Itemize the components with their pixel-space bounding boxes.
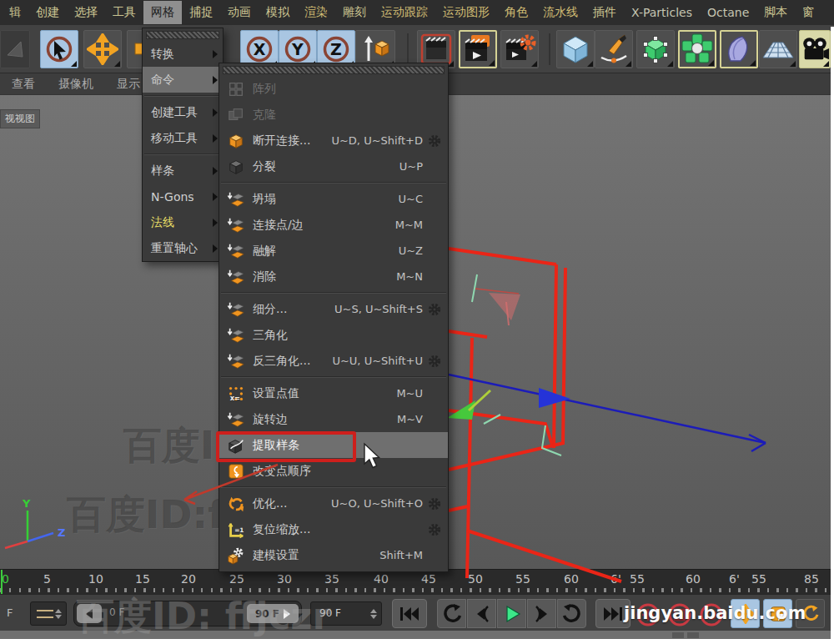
mesh-menu-panel: 转换 命令 创建工具 移动工具 样条 N-Gons 法线 — [142, 28, 224, 262]
ruler-label: 15 — [135, 572, 150, 586]
ruler-label: 45 — [421, 572, 436, 586]
main-menubar: 辑 创建 选择 工具 网格 捕捉 动画 模拟 渲染 雕刻 运动跟踪 运动图形 角… — [0, 0, 834, 25]
submenu-item-rotate-edge[interactable]: 旋转边 M~V — [219, 406, 448, 432]
options-gear-icon[interactable] — [426, 133, 443, 148]
world-axis-icon — [359, 33, 392, 66]
page-margin — [0, 639, 834, 644]
submenu-item-dissolve[interactable]: 消除 M~N — [219, 264, 448, 289]
menu-item-convert[interactable]: 转换 — [143, 41, 223, 67]
menu-separator — [221, 376, 446, 378]
subdivide-icon — [224, 299, 248, 319]
menu-mograph[interactable]: 运动图形 — [435, 1, 497, 24]
options-gear-icon[interactable] — [426, 354, 443, 369]
timeline-playhead[interactable] — [1, 570, 3, 595]
next-frame-button[interactable] — [527, 599, 556, 628]
render-settings-button[interactable] — [500, 30, 539, 68]
undo-button[interactable] — [0, 30, 30, 68]
point-order-icon — [224, 461, 248, 481]
ruler-label: 40 — [374, 572, 389, 586]
previous-key-icon — [441, 603, 463, 625]
spline-pen-icon — [597, 33, 631, 66]
camera-button[interactable] — [799, 30, 831, 68]
menu-pipeline[interactable]: 流水线 — [535, 1, 585, 24]
move-tool-button[interactable] — [83, 30, 122, 68]
frame-stepper-field[interactable] — [30, 601, 67, 626]
render-picture-viewer-button[interactable] — [459, 30, 497, 68]
options-gear-icon[interactable] — [426, 496, 443, 511]
submenu-arrow-icon — [213, 134, 218, 143]
goto-start-button[interactable] — [392, 599, 427, 628]
menu-render[interactable]: 渲染 — [297, 1, 335, 24]
menu-item-move-tools[interactable]: 移动工具 — [143, 125, 223, 151]
submenu-item-split[interactable]: 分裂 U~P — [219, 153, 448, 179]
menu-character[interactable]: 角色 — [497, 1, 535, 24]
menu-mesh[interactable]: 网格 — [143, 1, 182, 24]
ruler-label: 60 — [686, 572, 701, 586]
next-key-button[interactable] — [557, 599, 586, 628]
menu-script[interactable]: 脚本 — [756, 1, 795, 24]
menu-item-ngons[interactable]: N-Gons — [143, 184, 223, 209]
play-button[interactable] — [497, 599, 526, 628]
untriangulate-icon — [224, 351, 248, 371]
menu-x-particles[interactable]: X-Particles — [624, 2, 700, 23]
menu-select[interactable]: 选择 — [67, 1, 105, 24]
submenu-item-subdivide[interactable]: 细分... U~S, U~Shift+S — [219, 296, 448, 322]
menu-item-normals[interactable]: 法线 — [143, 209, 223, 235]
submenu-item-triangulate[interactable]: 三角化 — [219, 322, 448, 348]
draw-spline-button[interactable] — [595, 30, 633, 68]
submenu-item-untriangulate[interactable]: 反三角化... U~U, U~Shift+U — [219, 348, 448, 374]
mograph-cluster-icon — [681, 33, 714, 66]
menu-simulate[interactable]: 模拟 — [259, 1, 297, 24]
menu-item-commands[interactable]: 命令 — [143, 67, 223, 93]
submenu-item-weld[interactable]: 连接点/边 M~M — [219, 212, 448, 238]
cube-icon — [224, 131, 248, 151]
submenu-item-disconnect[interactable]: 断开连接... U~D, U~Shift+D — [219, 128, 448, 153]
app-window: 辑 创建 选择 工具 网格 捕捉 动画 模拟 渲染 雕刻 运动跟踪 运动图形 角… — [0, 0, 834, 644]
menu-animate[interactable]: 动画 — [220, 1, 259, 24]
previous-key-button[interactable] — [437, 599, 466, 628]
clone-icon — [224, 105, 248, 125]
menu-tools[interactable]: 工具 — [105, 1, 143, 24]
next-frame-icon — [531, 603, 553, 625]
menu-plugins[interactable]: 插件 — [585, 1, 624, 24]
deformer-button[interactable] — [720, 30, 758, 68]
site-watermark: jingyan.baidu.com — [624, 603, 806, 623]
menu-item-reset-axis[interactable]: 重置轴心 — [143, 235, 223, 261]
mograph-button[interactable] — [678, 30, 716, 68]
submenu-item-melt[interactable]: 融解 U~Z — [219, 238, 448, 264]
make-editable-button[interactable] — [636, 30, 675, 68]
modeling-settings-icon — [224, 546, 248, 566]
menu-item-spline[interactable]: 样条 — [143, 158, 223, 184]
ruler-label: 55 — [751, 572, 766, 586]
submenu-item-set-point-value[interactable]: x= 设置点值 M~U — [219, 380, 448, 406]
submenu-item-clone[interactable]: 克隆 — [219, 102, 448, 128]
viewport-menu-camera[interactable]: 摄像机 — [47, 74, 105, 94]
menu-snap[interactable]: 捕捉 — [182, 1, 220, 24]
ruler-label: 5 — [43, 572, 51, 586]
menu-sculpt[interactable]: 雕刻 — [335, 1, 374, 24]
submenu-item-reset-scale[interactable]: =1 复位缩放... — [219, 516, 448, 542]
menu-motion-tracker[interactable]: 运动跟踪 — [374, 1, 435, 24]
submenu-item-array[interactable]: 阵列 — [219, 76, 448, 102]
menu-window[interactable]: 窗 — [795, 1, 821, 24]
options-gear-icon[interactable] — [426, 302, 443, 317]
triangulate-icon — [224, 325, 248, 345]
submenu-item-optimize[interactable]: 优化... U~O, U~Shift+O — [219, 491, 448, 516]
menu-create[interactable]: 创建 — [28, 1, 67, 24]
menu-octane[interactable]: Octane — [700, 2, 756, 23]
dissolve-icon — [224, 267, 248, 287]
live-selection-button[interactable] — [40, 30, 78, 68]
menu-item-create-tools[interactable]: 创建工具 — [143, 99, 223, 125]
floor-button[interactable] — [759, 30, 797, 68]
viewport-menu-view[interactable]: 查看 — [0, 74, 47, 94]
tear-off-strip[interactable] — [146, 31, 219, 39]
add-cube-button[interactable] — [556, 30, 595, 68]
submenu-item-collapse[interactable]: 坍塌 U~C — [219, 186, 448, 212]
previous-frame-button[interactable] — [467, 599, 496, 628]
render-view-icon — [420, 33, 453, 66]
submenu-item-modeling-settings[interactable]: 建模设置 Shift+M — [219, 542, 448, 568]
menu-edit[interactable]: 辑 — [2, 1, 28, 24]
timeline-ruler[interactable]: 0 5 10 15 20 25 30 35 40 45 50 55 60 6' … — [0, 569, 834, 594]
tear-off-strip[interactable] — [223, 66, 445, 74]
options-gear-icon[interactable] — [426, 522, 443, 537]
